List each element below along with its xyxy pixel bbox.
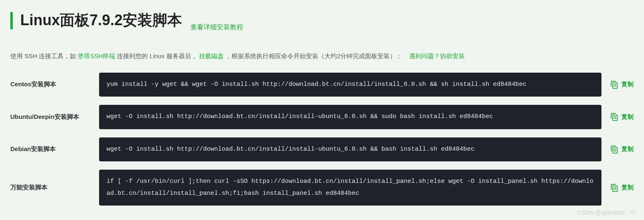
script-code: if [ -f /usr/bin/curl ];then curl -sSO h…: [99, 170, 601, 206]
detail-tutorial-link[interactable]: 查看详细安装教程: [190, 23, 243, 32]
script-code: wget -O install.sh http://download.bt.cn…: [99, 137, 601, 162]
script-row-universal: 万能安装脚本 if [ -f /usr/bin/curl ];then curl…: [10, 170, 634, 206]
svg-rect-6: [613, 147, 617, 153]
desc-text: 连接到您的 Linux 服务器后，: [117, 52, 197, 59]
script-row-centos: Centos安装脚本 yum install -y wget && wget -…: [10, 73, 634, 97]
copy-icon: [610, 183, 619, 192]
copy-button[interactable]: 复制: [610, 112, 634, 121]
title-row: Linux面板7.9.2安装脚本 查看详细安装教程: [10, 10, 634, 32]
help-install-link[interactable]: 遇到问题？协助安装: [409, 52, 465, 59]
copy-button[interactable]: 复制: [610, 183, 634, 192]
ssh-terminal-link[interactable]: 堡塔SSH终端: [78, 52, 115, 59]
script-code: yum install -y wget && wget -O install.s…: [99, 73, 601, 97]
svg-rect-3: [613, 115, 617, 121]
script-row-ubuntu: Ubuntu/Deepin安装脚本 wget -O install.sh htt…: [10, 105, 634, 129]
description: 使用 SSH 连接工具，如 堡塔SSH终端 连接到您的 Linux 服务器后， …: [10, 52, 634, 60]
script-list: Centos安装脚本 yum install -y wget && wget -…: [10, 73, 634, 206]
copy-label: 复制: [621, 113, 634, 121]
script-label: 万能安装脚本: [10, 184, 91, 192]
svg-rect-0: [613, 83, 617, 88]
copy-button[interactable]: 复制: [610, 145, 634, 154]
title-bar: Linux面板7.9.2安装脚本: [10, 10, 182, 31]
copy-icon: [610, 80, 619, 89]
script-label: Centos安装脚本: [10, 80, 91, 88]
page-title: Linux面板7.9.2安装脚本: [20, 10, 182, 31]
desc-text: ，根据系统执行相应命令开始安装（大约2分钟完成面板安装）：: [225, 52, 402, 59]
watermark: CSDN @optimistic、中: [577, 209, 637, 216]
copy-icon: [610, 112, 619, 121]
copy-icon: [610, 145, 619, 154]
script-code: wget -O install.sh http://download.bt.cn…: [99, 105, 601, 129]
copy-button[interactable]: 复制: [610, 80, 634, 89]
copy-label: 复制: [621, 184, 634, 192]
script-label: Ubuntu/Deepin安装脚本: [10, 113, 91, 121]
desc-text: 使用 SSH 连接工具，如: [10, 52, 78, 59]
mount-disk-link[interactable]: 挂载磁盘: [199, 52, 224, 59]
script-row-debian: Debian安装脚本 wget -O install.sh http://dow…: [10, 137, 634, 162]
copy-label: 复制: [621, 145, 634, 153]
script-label: Debian安装脚本: [10, 145, 91, 153]
copy-label: 复制: [621, 80, 634, 88]
svg-rect-9: [613, 186, 617, 192]
